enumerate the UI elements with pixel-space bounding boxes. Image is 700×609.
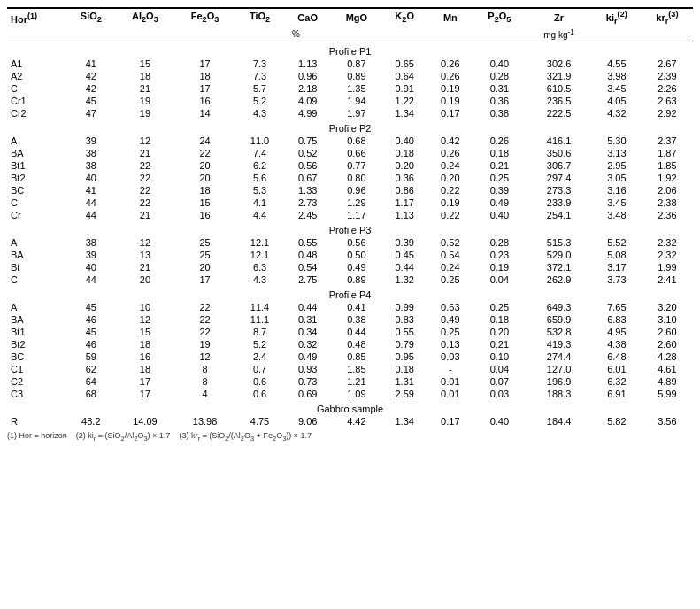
table-cell: 5.3 [235, 184, 284, 197]
table-cell: 1.35 [331, 82, 381, 95]
table-cell: 17 [116, 388, 174, 400]
table-cell: 3.13 [592, 147, 642, 159]
table-cell: 0.6 [235, 375, 284, 388]
table-cell: 0.26 [427, 147, 473, 159]
table-cell: 40 [66, 261, 116, 274]
table-row: A45102211.40.440.410.990.630.25649.37.65… [7, 301, 693, 313]
table-cell: 1.34 [381, 107, 427, 119]
table-cell: 44 [66, 274, 116, 286]
table-cell: 3.48 [592, 209, 642, 221]
table-cell: 0.31 [473, 82, 527, 95]
table-cell: 1.85 [642, 159, 693, 172]
table-cell: 21 [116, 82, 174, 95]
table-cell: 7.3 [235, 70, 284, 82]
table-cell: A1 [7, 58, 66, 70]
table-cell: 0.79 [381, 338, 427, 351]
table-cell: 236.5 [526, 95, 592, 107]
table-cell: 6.48 [592, 351, 642, 363]
table-cell: Bt [7, 261, 66, 274]
table-cell: 302.6 [526, 58, 592, 70]
table-row: Cr24719144.34.991.971.340.170.38222.54.3… [7, 107, 693, 119]
table-cell: 0.63 [427, 301, 473, 313]
table-cell: 22 [174, 326, 235, 338]
table-cell: 0.48 [331, 338, 381, 351]
table-cell: 0.68 [331, 135, 381, 147]
table-cell: 649.3 [526, 301, 592, 313]
table-cell: 0.25 [427, 326, 473, 338]
table-cell: 0.25 [473, 301, 527, 313]
table-cell: 532.8 [526, 326, 592, 338]
table-body: Profile P1A14115177.31.130.870.650.260.4… [7, 42, 693, 428]
table-cell: 45 [66, 95, 116, 107]
col-zr: Zr [526, 8, 592, 27]
table-cell: A [7, 236, 66, 249]
table-cell: 0.04 [473, 363, 527, 375]
table-cell: 0.18 [381, 147, 427, 159]
table-cell: 0.6 [235, 388, 284, 400]
table-cell: 7.4 [235, 147, 284, 159]
table-cell: 1.13 [381, 209, 427, 221]
table-row: Bt24618195.20.320.480.790.130.21419.34.3… [7, 338, 693, 351]
table-cell: 0.69 [284, 388, 332, 400]
table-cell: 4 [174, 388, 235, 400]
table-cell: 3.56 [642, 415, 693, 428]
table-cell: 18 [116, 363, 174, 375]
table-cell: 0.80 [331, 172, 381, 184]
table-cell: 11.1 [235, 313, 284, 326]
table-cell: 2.06 [642, 184, 693, 197]
table-cell: 5.82 [592, 415, 642, 428]
table-cell: 0.86 [381, 184, 427, 197]
table-cell: 0.20 [381, 159, 427, 172]
table-cell: 0.18 [473, 147, 527, 159]
table-cell: 20 [174, 261, 235, 274]
table-cell: 0.50 [331, 249, 381, 261]
table-cell: 12 [116, 313, 174, 326]
table-cell: 1.17 [381, 197, 427, 209]
table-cell: 21 [116, 209, 174, 221]
table-cell: 15 [174, 197, 235, 209]
table-cell: 0.49 [427, 313, 473, 326]
table-cell: 4.42 [331, 415, 381, 428]
table-cell: 25 [174, 249, 235, 261]
table-cell: 196.9 [526, 375, 592, 388]
table-cell: 515.3 [526, 236, 592, 249]
table-cell: 13 [116, 249, 174, 261]
table-cell: 0.40 [473, 58, 527, 70]
column-headers: Hor(1) SiO2 Al2O3 Fe2O3 TiO2 CaO MgO K2O… [7, 8, 693, 27]
table-cell: 18 [174, 184, 235, 197]
table-cell: 350.6 [526, 147, 592, 159]
table-cell: 0.36 [473, 95, 527, 107]
table-cell: 0.52 [284, 147, 332, 159]
col-cao: CaO [284, 8, 332, 27]
table-cell: 14 [174, 107, 235, 119]
table-cell: 0.44 [284, 301, 332, 313]
table-cell: 1.21 [331, 375, 381, 388]
table-row: A39122411.00.750.680.400.420.26416.15.30… [7, 135, 693, 147]
table-row: Bt14515228.70.340.440.550.250.20532.84.9… [7, 326, 693, 338]
table-cell: 59 [66, 351, 116, 363]
table-cell: 0.21 [473, 159, 527, 172]
table-row: Cr14519165.24.091.941.220.190.36236.54.0… [7, 95, 693, 107]
table-cell: 39 [66, 249, 116, 261]
profile-header: Profile P3 [7, 221, 693, 236]
table-cell: Cr [7, 209, 66, 221]
table-cell: 5.52 [592, 236, 642, 249]
table-cell: C [7, 274, 66, 286]
table-cell: 1.33 [284, 184, 332, 197]
table-row: BA3821227.40.520.660.180.260.18350.63.13… [7, 147, 693, 159]
table-cell: 0.22 [427, 209, 473, 221]
table-cell: 0.44 [331, 326, 381, 338]
table-cell: 0.26 [427, 70, 473, 82]
table-cell: 0.49 [331, 261, 381, 274]
footnotes: (1) Hor = horizon (2) kir = (SiO2/Al2O3)… [7, 431, 693, 443]
table-cell: BC [7, 184, 66, 197]
table-cell: 8 [174, 363, 235, 375]
profile-header: Profile P4 [7, 286, 693, 301]
table-cell: 4.32 [592, 107, 642, 119]
table-cell: 3.45 [592, 82, 642, 95]
footnote-2: (2) kir = (SiO2/Al2O3) × 1.7 [76, 431, 177, 440]
table-cell: 4.95 [592, 326, 642, 338]
table-cell: 2.36 [642, 209, 693, 221]
table-cell: 5.99 [642, 388, 693, 400]
table-cell: 0.21 [473, 338, 527, 351]
